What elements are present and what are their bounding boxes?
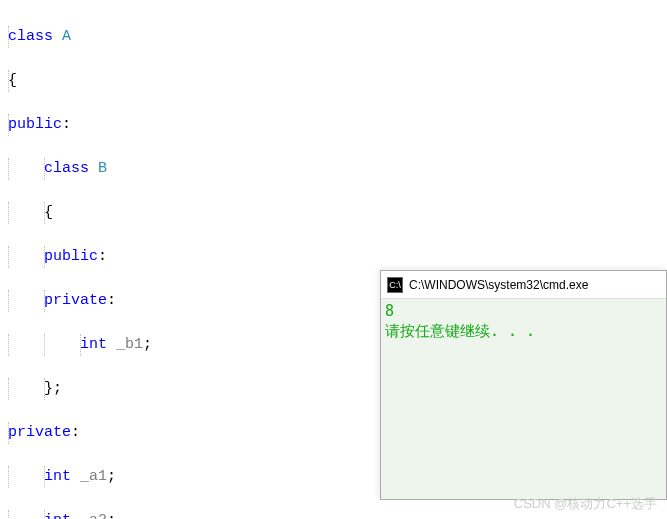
keyword-private: private: [8, 424, 71, 441]
colon: :: [71, 424, 80, 441]
output-line: 请按任意键继续. . .: [385, 321, 662, 341]
semicolon: ;: [107, 468, 116, 485]
keyword-int: int: [80, 336, 107, 353]
semicolon: ;: [143, 336, 152, 353]
console-title-bar[interactable]: C:\ C:\WINDOWS\system32\cmd.exe: [381, 271, 666, 299]
keyword-class: class: [44, 160, 89, 177]
field-a2: _a2: [80, 512, 107, 519]
keyword-public: public: [8, 116, 62, 133]
field-a1: _a1: [80, 468, 107, 485]
semicolon: ;: [107, 512, 116, 519]
colon: :: [62, 116, 71, 133]
class-name-B: B: [98, 160, 107, 177]
brace-open: {: [44, 204, 53, 221]
colon: :: [107, 292, 116, 309]
keyword-private: private: [44, 292, 107, 309]
cmd-icon: C:\: [387, 277, 403, 293]
console-window[interactable]: C:\ C:\WINDOWS\system32\cmd.exe 8 请按任意键继…: [380, 270, 667, 500]
keyword-class: class: [8, 28, 53, 45]
brace-close: };: [44, 380, 62, 397]
field-b1: _b1: [116, 336, 143, 353]
keyword-int: int: [44, 468, 71, 485]
output-line: 8: [385, 301, 662, 321]
keyword-public: public: [44, 248, 98, 265]
watermark: CSDN @核动力C++选手: [514, 495, 657, 513]
colon: :: [98, 248, 107, 265]
console-output: 8 请按任意键继续. . .: [381, 299, 666, 343]
class-name-A: A: [62, 28, 71, 45]
brace-open: {: [8, 72, 17, 89]
keyword-int: int: [44, 512, 71, 519]
console-title: C:\WINDOWS\system32\cmd.exe: [409, 278, 588, 292]
